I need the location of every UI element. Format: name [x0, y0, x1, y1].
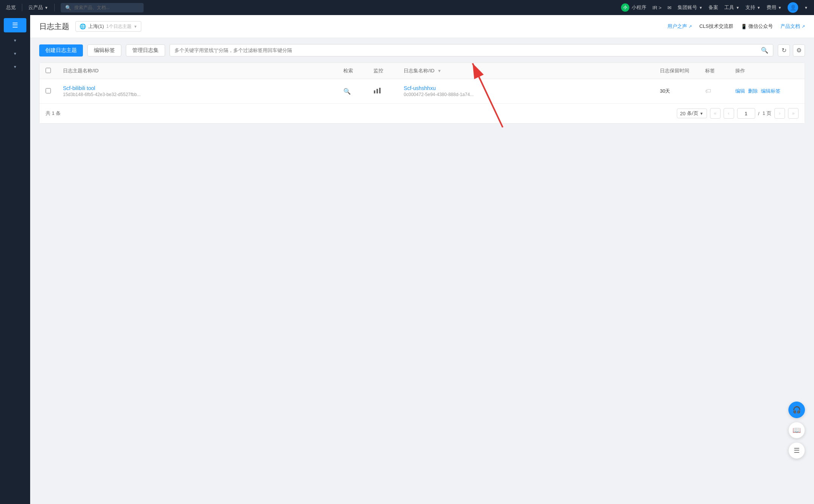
- main-content: 日志主题 🌐 上海(1) 1个日志主题 ▼ 用户之声 ↗ CLS技术交流群 📱: [30, 15, 814, 504]
- select-all-checkbox[interactable]: [46, 68, 51, 73]
- nav-overview[interactable]: 总览: [6, 4, 16, 11]
- mini-program-label: 小程序: [632, 4, 646, 11]
- cloud-products-dropdown-icon: ▼: [44, 6, 48, 10]
- top-navigation: 总览 云产品 ▼ 🔍 搜索产品、文档... 小 小程序 IR > ✉ 集团账号 …: [0, 0, 814, 15]
- sidebar-item-1[interactable]: ☰: [4, 18, 26, 32]
- external-link-icon-1: ↗: [689, 24, 692, 29]
- th-logset-name-id: 日志集名称/ID ▼: [398, 63, 654, 79]
- nav-mail[interactable]: ✉: [667, 5, 672, 11]
- user-dropdown-icon[interactable]: ▼: [804, 6, 808, 10]
- delete-action-link[interactable]: 删除: [748, 88, 758, 95]
- tag-icon[interactable]: 🏷: [705, 88, 711, 94]
- region-label: 上海(1): [88, 23, 104, 30]
- sidebar-expand-2: ▼: [13, 52, 17, 56]
- edit-action-link[interactable]: 编辑: [735, 88, 745, 95]
- th-name-id: 日志主题名称/ID: [57, 63, 337, 79]
- settings-button[interactable]: ⚙: [793, 44, 805, 57]
- external-link-icon-2: ↗: [802, 24, 805, 29]
- nav-divider-1: [22, 4, 22, 11]
- th-retention: 日志保留时间: [654, 63, 699, 79]
- last-page-button[interactable]: »: [788, 108, 799, 119]
- page-size-unit: 条/页: [687, 110, 698, 117]
- filter-icon[interactable]: ▼: [438, 69, 442, 73]
- region-suffix: 1个日志主题: [106, 23, 132, 30]
- toolbar-icons: ↻ ⚙: [778, 44, 805, 57]
- topic-name[interactable]: Scf-bilibili tool: [63, 85, 331, 91]
- row-checkbox[interactable]: [46, 88, 51, 93]
- nav-filing[interactable]: 备案: [708, 4, 718, 11]
- row-checkbox-cell: [40, 79, 57, 104]
- left-sidebar: ☰ ▼ ▼ ▼: [0, 15, 30, 504]
- nav-support[interactable]: 支持 ▼: [745, 4, 760, 11]
- create-topic-button[interactable]: 创建日志主题: [39, 44, 83, 57]
- table-body: Scf-bilibili tool 15d3b148-6fb5-42e3-be3…: [40, 79, 805, 104]
- float-menu-button[interactable]: ☰: [788, 442, 805, 459]
- search-submit-icon[interactable]: 🔍: [761, 47, 768, 54]
- region-selector[interactable]: 🌐 上海(1) 1个日志主题 ▼: [75, 21, 141, 32]
- product-doc-link[interactable]: 产品文档 ↗: [780, 23, 805, 30]
- page-size-selector[interactable]: 20 条/页 ▼: [677, 108, 707, 118]
- th-search: 检索: [337, 63, 367, 79]
- nav-divider-2: [54, 4, 55, 11]
- refresh-button[interactable]: ↻: [778, 44, 790, 57]
- manage-logset-button[interactable]: 管理日志集: [126, 44, 165, 57]
- th-tags: 标签: [699, 63, 729, 79]
- sidebar-expand-1: ▼: [13, 38, 17, 43]
- sidebar-item-4[interactable]: ▼: [4, 60, 26, 72]
- th-actions: 操作: [729, 63, 805, 79]
- search-feature-icon[interactable]: 🔍: [343, 88, 351, 95]
- logset-id: 0c000472-5e94-4380-888d-1a74...: [404, 92, 648, 97]
- wechat-link[interactable]: 📱 微信公众号: [741, 23, 773, 30]
- logset-name[interactable]: Scf-ushshhxu: [404, 85, 648, 91]
- prev-page-button[interactable]: ‹: [724, 108, 734, 119]
- globe-icon: 🌐: [80, 23, 86, 29]
- current-page-input[interactable]: [737, 108, 755, 119]
- tools-dropdown-icon: ▼: [736, 6, 739, 10]
- pagination-bar: 共 1 条 20 条/页 ▼ « ‹ / 1 页: [40, 103, 805, 123]
- search-icon: 🔍: [65, 5, 71, 11]
- wechat-icon: 📱: [741, 24, 747, 29]
- topic-id: 15d3b148-6fb5-42e3-be32-d5527fbb...: [63, 92, 331, 97]
- cls-group-link[interactable]: CLS技术交流群: [699, 23, 733, 30]
- sidebar-expand-3: ▼: [13, 65, 17, 69]
- topics-table: 日志主题名称/ID 检索 监控 日志集名称/ID ▼: [40, 63, 805, 103]
- monitor-chart-icon[interactable]: [373, 88, 381, 95]
- toolbar: 创建日志主题 编辑标签 管理日志集 🔍 ↻ ⚙: [39, 44, 805, 57]
- float-support-button[interactable]: 🎧: [788, 402, 805, 418]
- row-actions-cell: 编辑 删除 编辑标签: [729, 79, 805, 104]
- floating-buttons: 🎧 📖 ☰: [788, 402, 805, 459]
- total-count: 共 1 条: [46, 110, 61, 117]
- user-avatar[interactable]: 👤: [788, 2, 798, 13]
- first-page-button[interactable]: «: [710, 108, 721, 119]
- page-header-right: 用户之声 ↗ CLS技术交流群 📱 微信公众号 产品文档 ↗: [667, 23, 805, 30]
- user-voice-link[interactable]: 用户之声 ↗: [667, 23, 692, 30]
- nav-group-account[interactable]: 集团账号 ▼: [678, 4, 702, 11]
- svg-rect-1: [376, 89, 378, 93]
- row-search-cell: 🔍: [337, 79, 367, 104]
- next-page-button[interactable]: ›: [774, 108, 785, 119]
- nav-cost[interactable]: 费用 ▼: [767, 4, 782, 11]
- mini-program-icon: 小: [621, 3, 629, 12]
- row-tags-cell: 🏷: [699, 79, 729, 104]
- sidebar-icon-1: ☰: [12, 21, 18, 29]
- nav-tools[interactable]: 工具 ▼: [724, 4, 739, 11]
- mini-program-nav[interactable]: 小 小程序: [621, 3, 646, 12]
- table-header: 日志主题名称/ID 检索 监控 日志集名称/ID ▼: [40, 63, 805, 79]
- edit-tag-action-link[interactable]: 编辑标签: [761, 88, 780, 95]
- page-title: 日志主题: [39, 21, 69, 32]
- search-input[interactable]: [174, 47, 758, 53]
- sidebar-item-2[interactable]: ▼: [4, 34, 26, 46]
- pagination-right: 20 条/页 ▼ « ‹ / 1 页 › »: [677, 108, 799, 119]
- top-search-bar[interactable]: 🔍 搜索产品、文档...: [61, 3, 144, 12]
- float-doc-button[interactable]: 📖: [788, 422, 805, 438]
- row-logset-cell: Scf-ushshhxu 0c000472-5e94-4380-888d-1a7…: [398, 79, 654, 104]
- edit-tag-button[interactable]: 编辑标签: [87, 44, 121, 57]
- row-name-id-cell: Scf-bilibili tool 15d3b148-6fb5-42e3-be3…: [57, 79, 337, 104]
- sidebar-item-3[interactable]: ▼: [4, 47, 26, 59]
- page-slash: /: [758, 111, 760, 116]
- log-topics-table: 日志主题名称/ID 检索 监控 日志集名称/ID ▼: [39, 63, 805, 124]
- nav-cloud-products[interactable]: 云产品 ▼: [28, 4, 48, 11]
- row-monitor-cell: [367, 79, 398, 104]
- table-row: Scf-bilibili tool 15d3b148-6fb5-42e3-be3…: [40, 79, 805, 104]
- search-bar[interactable]: 🔍: [170, 44, 773, 57]
